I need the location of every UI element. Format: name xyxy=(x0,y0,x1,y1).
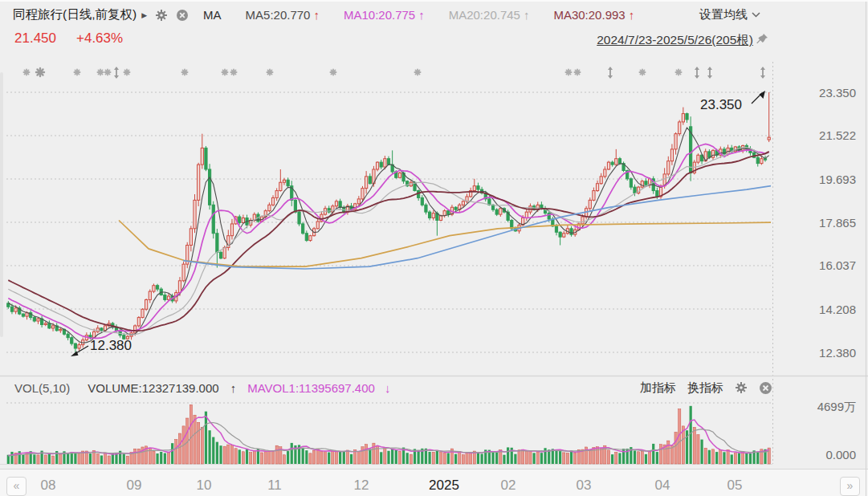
instrument-title[interactable]: 同程旅行(日线,前复权) xyxy=(13,6,137,23)
month-label-03: 03 xyxy=(577,478,592,494)
gear-marker-icon xyxy=(639,69,645,75)
gear-marker-icon xyxy=(230,69,236,75)
scroll-right-button[interactable]: » xyxy=(840,477,860,496)
price-axis-label: 12.380 xyxy=(819,346,856,360)
gear-marker-icon xyxy=(574,69,580,75)
current-change-pct: +4.63% xyxy=(76,30,123,47)
volume-bars-layer xyxy=(7,405,771,464)
gear-marker-icon xyxy=(104,69,110,75)
volume-header: VOL(5,10) VOLUME:12327139.000 ↑ MAVOL1:1… xyxy=(0,377,868,398)
volume-indicator-label: VOL(5,10) xyxy=(14,381,70,395)
volume-settings-gear-icon[interactable] xyxy=(735,381,748,394)
time-axis: « 0809101112202502030405 » xyxy=(0,469,868,496)
period-low-annotation: 12.380 xyxy=(90,338,132,353)
date-range-button[interactable]: 2024/7/23-2025/5/26(205根) xyxy=(597,32,753,49)
month-label-10: 10 xyxy=(197,478,212,494)
month-label-2025: 2025 xyxy=(429,478,459,494)
updown-arrow-icon xyxy=(608,67,613,79)
price-axis-label: 19.693 xyxy=(819,173,856,186)
period-high-annotation: 23.350 xyxy=(700,97,742,112)
ma-readout-0: MA5:20.770↑ xyxy=(246,8,320,22)
gear-marker-icon xyxy=(97,69,103,75)
left-edge-strip xyxy=(0,72,3,337)
volume-axis-max-label: 4699万 xyxy=(817,400,856,413)
chart-canvas[interactable]: 23.35021.52219.69317.86516.03714.20812.3… xyxy=(0,2,868,496)
switch-indicator-button[interactable]: 换指标 xyxy=(687,380,723,396)
gear-marker-icon xyxy=(414,69,420,75)
month-label-04: 04 xyxy=(655,478,670,494)
gear-marker-icon xyxy=(181,69,187,75)
price-axis-label: 14.208 xyxy=(819,303,856,316)
month-label-09: 09 xyxy=(127,478,142,494)
gear-marker-icon xyxy=(267,69,272,75)
ma-values: MA5:20.770↑MA10:20.775↑MA20:20.745↑MA30:… xyxy=(222,8,635,22)
price-axis-label: 17.865 xyxy=(819,216,856,230)
gear-marker-icon xyxy=(565,69,571,75)
chevron-down-icon xyxy=(752,12,760,18)
pin-icon[interactable] xyxy=(756,33,768,49)
updown-arrow-icon xyxy=(114,67,119,79)
pointer-marker-icon xyxy=(36,68,44,76)
long-ma-blue xyxy=(183,186,771,269)
month-label-08: 08 xyxy=(41,478,56,494)
window-edge xyxy=(866,2,866,496)
ma-readout-3: MA30:20.993↑ xyxy=(553,8,634,22)
current-price: 21.450 xyxy=(14,30,56,47)
chart-header: 同程旅行(日线,前复权) ▶ MA MA5:20.770↑MA10:20.775… xyxy=(0,4,868,26)
updown-arrow-icon xyxy=(695,67,699,79)
gear-marker-icon xyxy=(675,69,681,75)
ma-readout-1: MA10:20.775↑ xyxy=(344,8,425,22)
volume-close-icon[interactable] xyxy=(759,381,772,395)
ma-readout-2: MA20:20.745↑ xyxy=(449,8,530,22)
price-axis-label: 23.350 xyxy=(819,86,856,100)
add-indicator-button[interactable]: 加指标 xyxy=(640,380,676,396)
ma20-line xyxy=(8,148,768,335)
mavol-value: MAVOL1:11395697.400 xyxy=(247,381,375,395)
indicator-close-icon[interactable] xyxy=(176,9,189,22)
volume-value: VOLUME:12327139.000 xyxy=(88,381,218,395)
price-row: 21.450 +4.63% 2024/7/23-2025/5/26(205根) xyxy=(0,30,868,51)
gear-marker-icon xyxy=(23,69,29,75)
month-label-02: 02 xyxy=(501,478,516,494)
month-label-12: 12 xyxy=(354,478,369,494)
volume-axis-zero-label: 0.000 xyxy=(825,448,856,461)
gear-marker-icon xyxy=(124,69,129,75)
set-ma-button[interactable]: 设置均线 xyxy=(699,7,760,22)
stock-chart-window: 23.35021.52219.69317.86516.03714.20812.3… xyxy=(0,0,868,496)
indicator-settings-gear-icon[interactable] xyxy=(155,9,168,22)
updown-arrow-icon xyxy=(707,67,712,79)
mavol-direction-arrow: ↓ xyxy=(385,381,391,395)
scroll-left-button[interactable]: « xyxy=(6,477,26,496)
gridlines: 23.35021.52219.69317.86516.03714.20812.3… xyxy=(0,62,868,465)
updown-arrow-icon xyxy=(760,67,765,79)
gear-marker-icon xyxy=(74,69,79,75)
gear-marker-icon xyxy=(330,69,336,75)
price-axis-label: 21.522 xyxy=(819,128,856,142)
volume-direction-arrow: ↑ xyxy=(230,381,237,395)
price-axis-label: 16.037 xyxy=(819,258,856,272)
ma-group-label: MA xyxy=(203,8,222,22)
title-caret-icon[interactable]: ▶ xyxy=(141,11,147,19)
gear-marker-icon xyxy=(222,69,227,75)
month-label-05: 05 xyxy=(727,478,743,494)
event-markers xyxy=(23,67,765,79)
month-label-11: 11 xyxy=(267,478,282,494)
